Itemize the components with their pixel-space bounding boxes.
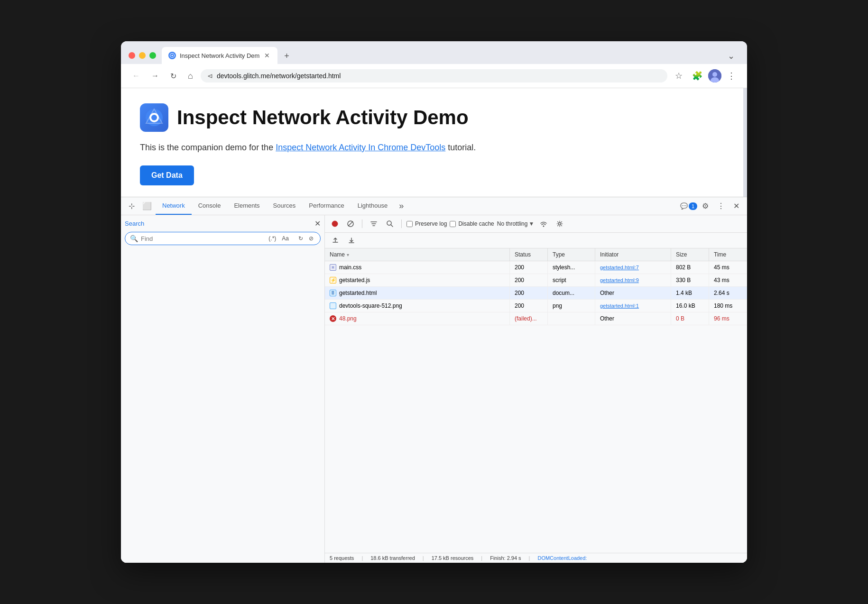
tab-list-chevron[interactable]: ⌄ bbox=[723, 48, 739, 64]
cell-time: 180 ms bbox=[709, 300, 747, 312]
cell-type: script bbox=[548, 274, 595, 286]
back-button[interactable]: ← bbox=[129, 69, 144, 83]
more-menu-button[interactable]: ⋮ bbox=[723, 68, 739, 84]
throttle-arrow-icon: ▼ bbox=[528, 220, 534, 227]
table-row[interactable]: ⚡ getstarted.js 200 script getstarted.ht… bbox=[325, 274, 747, 287]
search-clear-btn[interactable]: ⊘ bbox=[307, 234, 315, 243]
forward-button[interactable]: → bbox=[148, 69, 163, 83]
regex-toggle-btn[interactable]: (.*) bbox=[267, 234, 278, 243]
cell-size: 16.0 kB bbox=[671, 300, 709, 312]
case-sensitive-btn[interactable]: Aa bbox=[280, 234, 291, 243]
more-tabs-btn[interactable]: » bbox=[394, 198, 408, 214]
html-file-icon: ≣ bbox=[330, 290, 336, 296]
page-content: Inspect Network Activity Demo This is th… bbox=[121, 88, 747, 197]
export-har-btn[interactable] bbox=[345, 235, 358, 246]
devtools-tutorial-link[interactable]: Inspect Network Activity In Chrome DevTo… bbox=[276, 143, 445, 152]
reload-button[interactable]: ↻ bbox=[166, 69, 180, 83]
initiator-link[interactable]: getstarted.html:7 bbox=[600, 265, 639, 270]
col-time: Time bbox=[709, 248, 747, 261]
dom-loaded-link[interactable]: DOMContentLoaded: bbox=[537, 555, 587, 561]
cell-type bbox=[548, 312, 595, 325]
network-table: Name ▾ Status Type Initiator Size Time ≡… bbox=[325, 248, 747, 553]
devtools-settings-btn[interactable]: ⚙ bbox=[698, 199, 712, 213]
tab-console[interactable]: Console bbox=[192, 197, 228, 215]
search-btn[interactable] bbox=[383, 218, 397, 229]
cell-initiator: getstarted.html:9 bbox=[595, 274, 671, 286]
sort-icon: ▾ bbox=[347, 252, 349, 257]
network-settings-btn[interactable] bbox=[553, 218, 566, 229]
tab-favicon bbox=[168, 52, 176, 59]
address-bar[interactable]: ⊲ devtools.glitch.me/network/getstarted.… bbox=[201, 69, 667, 82]
get-data-button[interactable]: Get Data bbox=[140, 165, 194, 185]
devtools-more-btn[interactable]: ⋮ bbox=[713, 199, 729, 213]
network-panel: Preserve log Disable cache No throttling… bbox=[325, 215, 747, 563]
resources-size: 17.5 kB resources bbox=[432, 555, 474, 561]
error-file-icon: ✕ bbox=[330, 315, 336, 322]
browser-tab[interactable]: Inspect Network Activity Dem ✕ bbox=[162, 47, 277, 64]
wifi-icon-btn[interactable] bbox=[537, 218, 550, 229]
table-row[interactable]: ≣ getstarted.html 200 docum... Other 1.4… bbox=[325, 287, 747, 300]
col-size: Size bbox=[671, 248, 709, 261]
clear-log-btn[interactable] bbox=[344, 218, 357, 229]
initiator-link[interactable]: getstarted.html:9 bbox=[600, 277, 639, 283]
search-refresh-btn[interactable]: ↻ bbox=[296, 234, 305, 243]
cell-name: ✕ 48.png bbox=[325, 312, 510, 325]
bookmark-button[interactable]: ☆ bbox=[671, 68, 686, 84]
page-heading: Inspect Network Activity Demo bbox=[140, 103, 724, 132]
png-file-icon bbox=[330, 302, 336, 309]
profile-avatar[interactable] bbox=[708, 69, 721, 82]
extensions-button[interactable]: 🧩 bbox=[688, 68, 706, 84]
home-button[interactable]: ⌂ bbox=[184, 68, 197, 84]
search-input[interactable] bbox=[141, 235, 264, 242]
search-options: (.*) Aa bbox=[267, 234, 291, 243]
maximize-traffic-light[interactable] bbox=[149, 52, 156, 59]
tab-network[interactable]: Network bbox=[156, 197, 192, 215]
requests-count: 5 requests bbox=[330, 555, 354, 561]
record-stop-btn[interactable] bbox=[329, 219, 341, 229]
devtools-panel: ⊹ ⬜ Network Console Elements Sources Per… bbox=[121, 197, 747, 563]
table-row[interactable]: ✕ 48.png (failed)... Other 0 B 96 ms bbox=[325, 312, 747, 325]
browser-window: Inspect Network Activity Dem ✕ + ⌄ ← → ↻… bbox=[121, 41, 747, 563]
tab-performance[interactable]: Performance bbox=[302, 197, 351, 215]
devtools-close-btn[interactable]: ✕ bbox=[729, 199, 743, 213]
table-row[interactable]: ≡ main.css 200 stylesh... getstarted.htm… bbox=[325, 261, 747, 274]
svg-line-12 bbox=[391, 225, 393, 227]
devtools-toolbar: ⊹ ⬜ Network Console Elements Sources Per… bbox=[121, 197, 747, 215]
throttle-control[interactable]: No throttling ▼ bbox=[497, 220, 535, 227]
cell-initiator: Other bbox=[595, 287, 671, 299]
search-close-btn[interactable]: ✕ bbox=[314, 219, 321, 228]
disable-cache-checkbox[interactable]: Disable cache bbox=[450, 220, 494, 227]
search-glass-icon: 🔍 bbox=[130, 235, 138, 242]
tab-sources[interactable]: Sources bbox=[267, 197, 303, 215]
new-tab-btn[interactable]: + bbox=[279, 48, 294, 64]
filter-btn[interactable] bbox=[367, 218, 380, 229]
cell-size: 0 B bbox=[671, 312, 709, 325]
separator2 bbox=[401, 220, 402, 228]
search-label: Search bbox=[125, 220, 144, 227]
cell-name: ≣ getstarted.html bbox=[325, 287, 510, 299]
tab-title: Inspect Network Activity Dem bbox=[180, 52, 259, 59]
cell-name: ≡ main.css bbox=[325, 261, 510, 274]
inspector-tool-btn[interactable]: ⊹ bbox=[125, 199, 139, 213]
tabs-area: Inspect Network Activity Dem ✕ + ⌄ bbox=[162, 47, 739, 64]
page-description: This is the companion demo for the Inspe… bbox=[140, 141, 724, 154]
import-har-btn[interactable] bbox=[329, 235, 342, 246]
tab-close-btn[interactable]: ✕ bbox=[263, 51, 271, 60]
search-actions: ↻ ⊘ bbox=[296, 234, 315, 243]
col-initiator: Initiator bbox=[595, 248, 671, 261]
cell-initiator: getstarted.html:1 bbox=[595, 300, 671, 312]
cell-time: 2.64 s bbox=[709, 287, 747, 299]
tab-lighthouse[interactable]: Lighthouse bbox=[351, 197, 395, 215]
close-traffic-light[interactable] bbox=[129, 52, 135, 59]
search-input-wrap: 🔍 (.*) Aa ↻ ⊘ bbox=[125, 232, 321, 245]
page-title: Inspect Network Activity Demo bbox=[177, 106, 469, 129]
device-toolbar-btn[interactable]: ⬜ bbox=[139, 199, 156, 213]
minimize-traffic-light[interactable] bbox=[139, 52, 146, 59]
cell-type: png bbox=[548, 300, 595, 312]
tab-elements[interactable]: Elements bbox=[227, 197, 266, 215]
initiator-link[interactable]: getstarted.html:1 bbox=[600, 303, 639, 309]
network-controls-row1: Preserve log Disable cache No throttling… bbox=[325, 215, 747, 233]
preserve-log-checkbox[interactable]: Preserve log bbox=[406, 220, 447, 227]
cell-status: 200 bbox=[510, 274, 548, 286]
table-row[interactable]: devtools-square-512.png 200 png getstart… bbox=[325, 300, 747, 312]
